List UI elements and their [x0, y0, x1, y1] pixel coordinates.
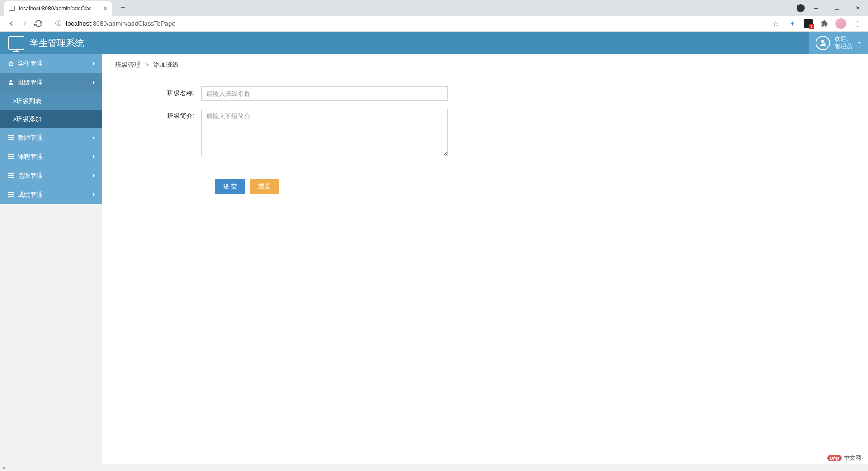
- minimize-button[interactable]: ─: [806, 0, 826, 16]
- form-row-name: 班级名称:: [115, 86, 854, 101]
- main-layout: ✿ 学生管理 班级管理 >班级列表 >班级添加 教师管理: [0, 54, 868, 464]
- bookmark-star-icon[interactable]: ☆: [769, 17, 782, 30]
- svg-point-2: [821, 40, 825, 43]
- svg-rect-12: [8, 175, 14, 176]
- tab-bar: localhost:8080/admin/addClas × + ─ ☐ ✕: [0, 0, 868, 16]
- chevron-right-icon: [93, 174, 95, 178]
- watermark-badge: php: [827, 455, 842, 461]
- incognito-icon: [797, 4, 805, 12]
- profile-avatar-icon[interactable]: [835, 17, 847, 30]
- back-button[interactable]: [5, 17, 18, 30]
- sidebar-item-class[interactable]: 班级管理: [0, 73, 102, 92]
- breadcrumb-sep: >: [145, 61, 149, 68]
- user-welcome-text: 欢迎, 管理员: [835, 35, 852, 51]
- svg-rect-11: [8, 173, 14, 174]
- sidebar-item-label: 选课管理: [18, 172, 43, 180]
- sidebar-item-label: 课程管理: [18, 153, 43, 161]
- svg-rect-16: [8, 196, 14, 197]
- chevron-right-icon: [93, 136, 95, 140]
- form-row-intro: 班级简介:: [115, 109, 854, 156]
- tab-title: localhost:8080/admin/addClas: [19, 5, 104, 12]
- close-window-button[interactable]: ✕: [847, 0, 868, 16]
- divider: [115, 75, 854, 75]
- monitor-icon: [8, 36, 24, 50]
- forward-button[interactable]: [18, 17, 32, 30]
- browser-chrome: localhost:8080/admin/addClas × + ─ ☐ ✕ ⓘ…: [0, 0, 868, 32]
- chevron-right-icon: [93, 62, 95, 66]
- svg-rect-15: [8, 194, 14, 195]
- form-buttons: 提 交 重置: [215, 179, 854, 194]
- svg-rect-6: [8, 137, 14, 138]
- sidebar-item-grade[interactable]: 成绩管理: [0, 185, 102, 204]
- url-path: :8080/admin/addClassToPage: [91, 20, 175, 27]
- address-bar-row: ⓘ localhost:8080/admin/addClassToPage ☆ …: [0, 16, 868, 32]
- svg-rect-8: [8, 154, 14, 155]
- breadcrumb: 班级管理 > 添加班级: [115, 61, 854, 75]
- reset-button[interactable]: 重置: [250, 179, 279, 194]
- leaf-icon: ✿: [7, 60, 15, 67]
- app-header: 学生管理系统 欢迎, 管理员: [0, 32, 868, 54]
- watermark-text: 中文网: [844, 454, 861, 462]
- class-name-label: 班级名称:: [115, 86, 201, 101]
- app-logo: 学生管理系统: [8, 36, 84, 50]
- menu-dots-icon[interactable]: ⋮: [851, 17, 863, 30]
- chevron-right-icon: [93, 81, 95, 85]
- sidebar-item-label: 学生管理: [18, 60, 43, 68]
- chevron-right-icon: [93, 155, 95, 159]
- sidebar-subitem-class-list[interactable]: >班级列表: [0, 92, 102, 110]
- app-title: 学生管理系统: [30, 37, 84, 49]
- chevron-right-icon: [93, 193, 95, 197]
- sidebar-subitem-class-add[interactable]: >班级添加: [0, 110, 102, 128]
- site-info-icon[interactable]: ⓘ: [55, 19, 61, 28]
- sidebar-item-enroll[interactable]: 选课管理: [0, 166, 102, 185]
- svg-rect-10: [8, 158, 14, 159]
- svg-rect-5: [8, 135, 14, 136]
- user-avatar-icon: [816, 36, 830, 50]
- sidebar-item-label: 教师管理: [18, 134, 43, 142]
- window-controls: ─ ☐ ✕: [806, 0, 868, 16]
- sidebar-subitem-label: >班级添加: [13, 115, 42, 123]
- dropdown-caret-icon: [858, 42, 861, 44]
- list-icon: [7, 134, 15, 141]
- address-bar[interactable]: ⓘ localhost:8080/admin/addClassToPage: [50, 17, 765, 30]
- svg-rect-13: [8, 177, 14, 178]
- toolbar-icons: ☆ ✦ ⋮: [769, 17, 863, 30]
- content-area: 班级管理 > 添加班级 班级名称: 班级简介: 提 交 重置: [102, 54, 868, 464]
- svg-point-4: [10, 80, 12, 82]
- extension-notification-icon[interactable]: [802, 17, 815, 30]
- sidebar-subitem-label: >班级列表: [13, 97, 42, 105]
- svg-rect-9: [8, 156, 14, 157]
- sidebar-item-teacher[interactable]: 教师管理: [0, 128, 102, 147]
- sidebar-item-label: 成绩管理: [18, 191, 43, 199]
- class-intro-label: 班级简介:: [115, 109, 201, 156]
- list-icon: [7, 172, 15, 179]
- user-icon: [7, 79, 15, 86]
- sidebar-item-student[interactable]: ✿ 学生管理: [0, 54, 102, 73]
- list-icon: [7, 153, 15, 160]
- browser-tab[interactable]: localhost:8080/admin/addClas ×: [4, 1, 112, 16]
- url-host: localhost: [66, 20, 91, 27]
- extension-bird-icon[interactable]: ✦: [786, 17, 798, 30]
- svg-rect-14: [8, 192, 14, 193]
- tab-favicon-icon: [8, 5, 15, 12]
- class-intro-textarea[interactable]: [201, 109, 448, 156]
- sidebar-item-course[interactable]: 课程管理: [0, 147, 102, 166]
- maximize-button[interactable]: ☐: [826, 0, 847, 16]
- class-name-input[interactable]: [201, 86, 448, 101]
- tab-close-icon[interactable]: ×: [104, 5, 108, 12]
- extensions-puzzle-icon[interactable]: [818, 17, 831, 30]
- sidebar: ✿ 学生管理 班级管理 >班级列表 >班级添加 教师管理: [0, 54, 102, 464]
- sidebar-item-label: 班级管理: [18, 79, 43, 87]
- reload-button[interactable]: [32, 17, 45, 30]
- list-icon: [7, 191, 15, 198]
- user-menu[interactable]: 欢迎, 管理员: [809, 32, 868, 54]
- svg-rect-7: [8, 139, 14, 140]
- submit-button[interactable]: 提 交: [215, 179, 245, 194]
- breadcrumb-parent[interactable]: 班级管理: [115, 61, 141, 68]
- new-tab-button[interactable]: +: [117, 3, 129, 13]
- breadcrumb-current: 添加班级: [153, 61, 179, 68]
- svg-rect-0: [9, 6, 15, 10]
- watermark: php 中文网: [827, 454, 861, 462]
